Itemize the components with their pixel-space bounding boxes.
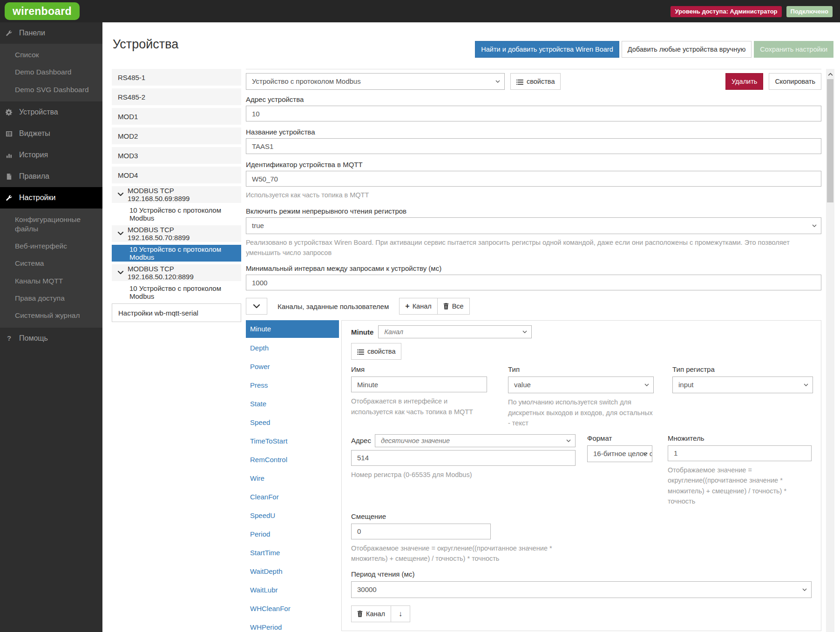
collapse-channels-button[interactable] bbox=[246, 298, 267, 315]
channel-name-input[interactable] bbox=[351, 377, 487, 392]
channel-item[interactable]: Press bbox=[246, 376, 339, 395]
list-item-device-selected[interactable]: 10 Устройство с протоколом Modbus bbox=[112, 245, 241, 262]
trash-icon bbox=[357, 611, 363, 617]
read-period-label: Период чтения (мс) bbox=[351, 570, 812, 578]
connection-status-badge: Подключено bbox=[786, 6, 833, 17]
chevron-down-icon bbox=[566, 439, 571, 442]
wrench-icon bbox=[5, 30, 13, 37]
device-type-select[interactable]: Устройство с протоколом Modbus bbox=[246, 73, 505, 90]
sidebar-item-devices[interactable]: Устройства bbox=[0, 101, 102, 123]
list-group-modbus-tcp-120[interactable]: MODBUS TCP 192.168.50.120:8899 bbox=[112, 264, 241, 281]
delete-channel-label: Канал bbox=[366, 610, 385, 618]
list-item-serial-settings[interactable]: Настройки wb-mqtt-serial bbox=[112, 303, 241, 322]
scrollbar-up-button[interactable] bbox=[826, 69, 834, 78]
channel-properties-button[interactable]: свойства bbox=[351, 343, 401, 360]
spacer bbox=[566, 73, 720, 90]
offset-input[interactable] bbox=[351, 524, 491, 539]
sidebar-item-panels[interactable]: Панели bbox=[0, 22, 102, 44]
mqtt-id-input[interactable] bbox=[246, 171, 821, 187]
offset-help: Отображаемое значение = округление((проч… bbox=[351, 543, 584, 564]
sidebar-item-label: Устройства bbox=[19, 108, 58, 116]
multiplier-help: Отображаемое значение = округление((проч… bbox=[668, 465, 812, 507]
sidebar-item-help[interactable]: ? Помощь bbox=[0, 328, 102, 349]
list-item-port[interactable]: RS485-2 bbox=[112, 88, 241, 105]
address-input[interactable] bbox=[246, 106, 821, 121]
address-label: Адрес устройства bbox=[246, 95, 821, 103]
sidebar-item-widgets[interactable]: Виджеты bbox=[0, 123, 102, 144]
list-item-port[interactable]: MOD4 bbox=[112, 167, 241, 183]
register-type-value: input bbox=[678, 381, 694, 389]
port-label: RS485-2 bbox=[118, 93, 145, 101]
channel-item[interactable]: Speed bbox=[246, 413, 339, 432]
list-item-device[interactable]: 10 Устройство с протоколом Modbus bbox=[112, 206, 241, 222]
sidebar-item-config-files[interactable]: Конфигурационные файлы bbox=[0, 211, 102, 237]
delete-device-button[interactable]: Удалить bbox=[725, 73, 763, 90]
vertical-scrollbar[interactable] bbox=[826, 69, 834, 632]
format-select[interactable]: 16-битное целое с bbox=[587, 445, 652, 462]
list-group-modbus-tcp-70[interactable]: MODBUS TCP 192.168.50.70:8899 bbox=[112, 225, 241, 242]
device-properties-button[interactable]: свойства bbox=[510, 73, 561, 90]
sidebar-item-access-rights[interactable]: Права доступа bbox=[0, 289, 102, 307]
wirenboard-logo[interactable]: wirenboard bbox=[5, 2, 80, 20]
delete-all-channels-button[interactable]: Все bbox=[437, 298, 470, 315]
channel-item[interactable]: StartTime bbox=[246, 544, 339, 562]
channel-type-select[interactable]: value bbox=[508, 377, 654, 393]
channel-item[interactable]: Power bbox=[246, 357, 339, 376]
port-label: MOD4 bbox=[118, 171, 138, 179]
channel-item[interactable]: WHPeriod bbox=[246, 618, 339, 632]
page-header: Устройства Найти и добавить устройства W… bbox=[102, 22, 840, 65]
sidebar-item-system-log[interactable]: Системный журнал bbox=[0, 307, 102, 324]
channel-kind-select[interactable]: Канал bbox=[378, 325, 532, 338]
channels-section-title: Каналы, заданные пользователем bbox=[278, 303, 389, 310]
list-item-port[interactable]: MOD3 bbox=[112, 147, 241, 164]
add-manual-button[interactable]: Добавить любые устройства вручную bbox=[622, 41, 752, 58]
channel-item-selected[interactable]: Minute bbox=[246, 320, 339, 338]
channel-item[interactable]: Depth bbox=[246, 339, 339, 357]
address-mode-select[interactable]: десятичное значение bbox=[375, 434, 576, 447]
channel-item[interactable]: RemControl bbox=[246, 450, 339, 469]
channel-item[interactable]: Period bbox=[246, 525, 339, 544]
device-name-input[interactable] bbox=[246, 138, 821, 154]
sidebar-item-mqtt-channels[interactable]: Каналы MQTT bbox=[0, 272, 102, 289]
channel-item[interactable]: CleanFor bbox=[246, 488, 339, 506]
list-item-port[interactable]: MOD1 bbox=[112, 108, 241, 125]
find-devices-button[interactable]: Найти и добавить устройства Wiren Board bbox=[475, 41, 619, 58]
channel-item[interactable]: Wire bbox=[246, 469, 339, 488]
add-channel-button[interactable]: +Канал bbox=[399, 298, 437, 315]
sidebar-item-web-interface[interactable]: Веб-интерфейс bbox=[0, 237, 102, 255]
channel-item[interactable]: WaitLubr bbox=[246, 581, 339, 599]
delete-channel-button[interactable]: Канал bbox=[351, 605, 391, 622]
read-period-select[interactable]: 30000 bbox=[351, 581, 812, 598]
list-group-modbus-tcp-69[interactable]: MODBUS TCP 192.168.50.69:8899 bbox=[112, 186, 241, 203]
sidebar-item-label: Помощь bbox=[19, 334, 48, 343]
sidebar-item-system[interactable]: Система bbox=[0, 255, 102, 272]
list-item-port[interactable]: MOD2 bbox=[112, 128, 241, 144]
min-interval-input[interactable] bbox=[246, 275, 821, 290]
register-address-header: Адрес десятичное значение bbox=[351, 434, 576, 447]
register-address-input[interactable] bbox=[351, 450, 576, 466]
sidebar-item-demo-svg-dashboard[interactable]: Demo SVG Dashboard bbox=[0, 81, 102, 98]
channel-item[interactable]: TimeToStart bbox=[246, 432, 339, 450]
list-icon bbox=[516, 80, 523, 85]
save-settings-button[interactable]: Сохранить настройки bbox=[754, 41, 833, 58]
sidebar-item-list[interactable]: Список bbox=[0, 46, 102, 63]
sidebar-item-history[interactable]: История bbox=[0, 144, 102, 166]
group-label: MODBUS TCP 192.168.50.120:8899 bbox=[128, 265, 237, 281]
register-type-select[interactable]: input bbox=[672, 377, 813, 393]
bar-chart-icon bbox=[5, 152, 13, 159]
channel-item[interactable]: WHCleanFor bbox=[246, 599, 339, 618]
multiplier-input[interactable] bbox=[668, 445, 812, 461]
continuous-read-select[interactable]: true bbox=[246, 217, 821, 234]
sidebar-item-rules[interactable]: Правила bbox=[0, 166, 102, 187]
list-item-port[interactable]: RS485-1 bbox=[112, 69, 241, 86]
list-item-device[interactable]: 10 Устройство с протоколом Modbus bbox=[112, 284, 241, 301]
sidebar-item-demo-dashboard[interactable]: Demo Dashboard bbox=[0, 63, 102, 81]
scrollbar-thumb[interactable] bbox=[827, 79, 833, 202]
channel-item[interactable]: WaitDepth bbox=[246, 562, 339, 581]
read-period-value: 30000 bbox=[357, 585, 377, 593]
move-channel-down-button[interactable]: ↓ bbox=[391, 605, 410, 622]
channel-item[interactable]: State bbox=[246, 395, 339, 413]
sidebar-item-settings[interactable]: Настройки bbox=[0, 187, 102, 208]
channel-item[interactable]: SpeedU bbox=[246, 506, 339, 525]
copy-device-button[interactable]: Скопировать bbox=[769, 73, 821, 90]
